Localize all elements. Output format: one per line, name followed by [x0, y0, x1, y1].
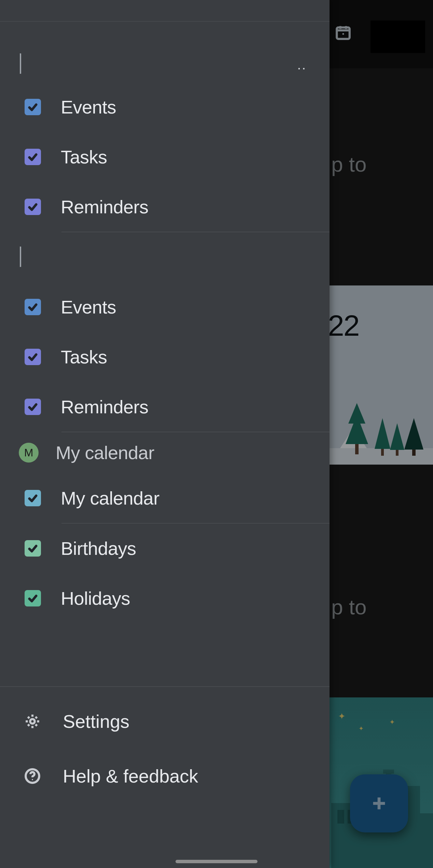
settings-button[interactable]: Settings — [0, 694, 330, 749]
help-label: Help & feedback — [63, 765, 198, 787]
calendar-label: Reminders — [61, 396, 149, 417]
checkbox-icon — [25, 149, 41, 165]
calendar-toggle-my-calendar[interactable]: My calendar — [0, 473, 330, 523]
create-event-fab[interactable] — [350, 774, 408, 832]
checkbox-icon — [25, 199, 41, 215]
svg-marker-7 — [375, 418, 390, 449]
divider — [0, 686, 330, 687]
svg-rect-12 — [412, 450, 416, 456]
calendar-toggle-events[interactable]: Events — [0, 82, 330, 132]
help-feedback-button[interactable]: Help & feedback — [0, 749, 330, 803]
svg-rect-8 — [381, 449, 384, 456]
calendar-label: My calendar — [61, 488, 159, 509]
background-text-fragment: p to — [331, 595, 366, 619]
checkbox-icon — [25, 540, 41, 557]
settings-label: Settings — [63, 711, 129, 732]
svg-point-4 — [343, 33, 344, 35]
svg-marker-9 — [390, 423, 404, 450]
redacted-region — [371, 21, 425, 53]
checkbox-icon — [25, 399, 41, 415]
checkbox-icon — [25, 490, 41, 506]
calendar-label: Birthdays — [61, 538, 136, 559]
navigation-drawer: .. Events Tasks Reminders — [0, 0, 330, 868]
calendar-toggle-tasks[interactable]: Tasks — [0, 332, 330, 382]
calendar-toggle-events[interactable]: Events — [0, 282, 330, 332]
calendar-label: Tasks — [61, 346, 107, 368]
account-avatar: M — [19, 443, 39, 463]
help-icon — [23, 767, 42, 785]
svg-rect-6 — [355, 444, 359, 454]
svg-marker-5 — [346, 403, 368, 444]
today-icon[interactable] — [335, 24, 352, 41]
checkbox-icon — [25, 590, 41, 606]
svg-marker-11 — [404, 418, 423, 450]
svg-point-15 — [30, 719, 34, 723]
account-header-my-calendar[interactable]: M My calendar — [0, 432, 330, 473]
background-text-fragment: p to — [331, 152, 366, 176]
gear-icon — [23, 712, 42, 731]
home-indicator — [176, 860, 257, 863]
checkbox-icon — [25, 99, 41, 115]
year-text: 22 — [328, 309, 359, 343]
calendar-label: Holidays — [61, 588, 130, 609]
calendar-toggle-tasks[interactable]: Tasks — [0, 132, 330, 182]
plus-icon — [370, 794, 388, 812]
calendar-label: Events — [61, 296, 116, 318]
svg-rect-10 — [396, 450, 399, 456]
checkbox-icon — [25, 299, 41, 315]
account-label: My calendar — [56, 442, 154, 463]
calendar-label: Reminders — [61, 196, 149, 217]
calendar-label: Events — [61, 96, 116, 118]
calendar-toggle-birthdays[interactable]: Birthdays — [0, 523, 330, 573]
checkbox-icon — [25, 349, 41, 365]
calendar-label: Tasks — [61, 146, 107, 168]
svg-point-17 — [32, 779, 33, 780]
calendar-toggle-reminders[interactable]: Reminders — [0, 382, 330, 432]
account-avatar-redacted — [20, 246, 28, 267]
calendar-toggle-holidays[interactable]: Holidays — [0, 573, 330, 623]
calendar-toggle-reminders[interactable]: Reminders — [0, 182, 330, 232]
